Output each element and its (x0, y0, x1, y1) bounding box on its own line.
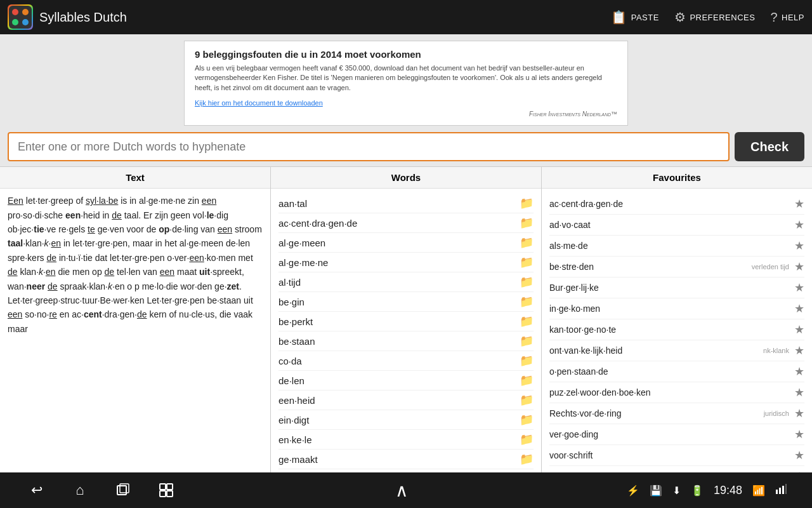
svg-point-1 (12, 9, 18, 15)
folder-icon[interactable]: 📁 (520, 373, 534, 387)
columns: Text Een let·ter·greep of syl·la·be is i… (0, 166, 812, 472)
word-text: be·staan (278, 336, 315, 347)
word-text: en·ke·le (278, 434, 312, 445)
ad-text: Als u een vrij belegbaar vermogen heeft … (195, 64, 617, 93)
word-text: be·gin (278, 297, 304, 307)
svg-point-3 (12, 19, 18, 25)
fav-word: ont·van·ke·lijk·heid (549, 345, 758, 356)
paste-icon: 📋 (611, 10, 627, 25)
star-icon[interactable]: ★ (794, 364, 804, 378)
favourite-row: af·ge·ven ☆ (549, 466, 804, 472)
menu-button[interactable] (155, 479, 178, 502)
favourite-row: puz·zel·woor·den·boe·ken ★ (549, 382, 804, 403)
battery-icon: 🔋 (691, 485, 704, 497)
star-icon[interactable]: ★ (794, 427, 804, 441)
fav-word: als·me·de (549, 241, 794, 251)
fav-word: ver·goe·ding (549, 429, 794, 439)
word-row: be·gin📁 (278, 292, 534, 312)
favourites-column-header: Favourites (542, 167, 812, 189)
preferences-button[interactable]: ⚙ PREFERENCES (674, 10, 756, 25)
preferences-icon: ⚙ (674, 10, 686, 25)
words-column-header: Words (271, 167, 541, 189)
fav-word: Rechts·vor·de·ring (549, 408, 759, 418)
up-button[interactable]: ∧ (391, 479, 414, 502)
folder-icon[interactable]: 📁 (520, 354, 534, 368)
signal-icon (775, 483, 787, 497)
check-button[interactable]: Check (735, 132, 804, 161)
text-column-body: Een let·ter·greep of syl·la·be is in al·… (0, 189, 270, 472)
star-icon[interactable]: ★ (794, 218, 804, 232)
folder-icon[interactable]: 📁 (520, 393, 534, 407)
star-icon[interactable]: ★ (794, 323, 804, 337)
star-icon[interactable]: ★ (794, 302, 804, 316)
words-column-body: aan·tal📁ac·cent·dra·gen·de📁al·ge·meen📁al… (271, 189, 541, 472)
favourite-row: be·stre·den verleden tijd ★ (549, 257, 804, 277)
star-icon[interactable]: ★ (794, 281, 804, 295)
favourite-row: o·pen·staan·de ★ (549, 361, 804, 382)
svg-rect-11 (776, 490, 778, 494)
ad-link[interactable]: Kijk hier om het document te downloaden (195, 99, 323, 107)
svg-rect-13 (782, 486, 784, 494)
word-text: een·heid (278, 395, 315, 406)
word-text: ge·maakt (278, 454, 318, 465)
favourite-row: in·ge·ko·men ★ (549, 298, 804, 319)
ad-title: 9 beleggingsfouten die u in 2014 moet vo… (195, 49, 617, 60)
bottom-bar: ↩ ⌂ ∧ ⚡ 💾 ⬇ 🔋 19:48 📶 (0, 472, 812, 508)
ad-banner: 9 beleggingsfouten die u in 2014 moet vo… (184, 41, 628, 126)
favourite-row: Rechts·vor·de·ring juridisch ★ (549, 403, 804, 424)
word-row: een·heid📁 (278, 391, 534, 410)
fav-word: in·ge·ko·men (549, 304, 794, 314)
fav-word: o·pen·staan·de (549, 366, 794, 377)
folder-icon[interactable]: 📁 (520, 452, 534, 466)
word-row: al·ge·meen📁 (278, 233, 534, 253)
star-icon[interactable]: ★ (794, 197, 804, 211)
word-text: al·ge·meen (278, 237, 325, 248)
word-row: be·perkt📁 (278, 312, 534, 331)
folder-icon[interactable]: 📁 (520, 334, 534, 348)
preferences-label: PREFERENCES (690, 13, 755, 22)
wifi-icon: 📶 (752, 485, 765, 497)
folder-icon[interactable]: 📁 (520, 255, 534, 269)
folder-icon[interactable]: 📁 (520, 314, 534, 328)
text-column: Text Een let·ter·greep of syl·la·be is i… (0, 167, 271, 472)
folder-icon[interactable]: 📁 (520, 216, 534, 230)
star-icon[interactable]: ★ (794, 260, 804, 274)
favourites-column-body: ac·cent·dra·gen·de ★ ad·vo·caat ★ als·me… (542, 189, 812, 472)
folder-icon[interactable]: 📁 (520, 196, 534, 210)
word-row: al·ge·me·ne📁 (278, 253, 534, 272)
favourite-row: ac·cent·dra·gen·de ★ (549, 194, 804, 215)
text-column-header: Text (0, 167, 270, 189)
word-text: de·len (278, 375, 304, 386)
star-icon[interactable]: ★ (794, 385, 804, 399)
paste-button[interactable]: 📋 PASTE (611, 10, 659, 25)
bottom-right-status: ⚡ 💾 ⬇ 🔋 19:48 📶 (627, 483, 787, 497)
favourite-row: als·me·de ★ (549, 236, 804, 257)
recent-apps-button[interactable] (112, 479, 134, 502)
word-row: ein·digt📁 (278, 410, 534, 430)
fav-word: voor·schrift (549, 450, 794, 460)
folder-icon[interactable]: 📁 (520, 236, 534, 250)
help-button[interactable]: ? HELP (770, 10, 804, 25)
word-row: en·ke·le📁 (278, 430, 534, 450)
svg-rect-0 (9, 6, 32, 29)
folder-icon[interactable]: 📁 (520, 275, 534, 289)
fav-word: puz·zel·woor·den·boe·ken (549, 387, 794, 398)
app-title: Syllables Dutch (39, 10, 318, 25)
star-icon[interactable]: ★ (794, 344, 804, 358)
star-icon[interactable]: ★ (794, 239, 804, 253)
back-button[interactable]: ↩ (25, 479, 48, 502)
fav-word: kan·toor·ge·no·te (549, 324, 794, 335)
home-button[interactable]: ⌂ (69, 479, 91, 502)
star-icon[interactable]: ★ (794, 406, 804, 420)
star-icon[interactable]: ★ (794, 448, 804, 462)
svg-rect-9 (160, 491, 166, 497)
main-content: 9 beleggingsfouten die u in 2014 moet vo… (0, 34, 812, 472)
search-area: Check (0, 132, 812, 166)
fav-word: ad·vo·caat (549, 220, 794, 230)
search-input[interactable] (8, 132, 730, 161)
word-text: ac·cent·dra·gen·de (278, 218, 357, 229)
folder-icon[interactable]: 📁 (520, 432, 534, 446)
word-row: al·tijd📁 (278, 272, 534, 292)
folder-icon[interactable]: 📁 (520, 295, 534, 309)
folder-icon[interactable]: 📁 (520, 413, 534, 427)
